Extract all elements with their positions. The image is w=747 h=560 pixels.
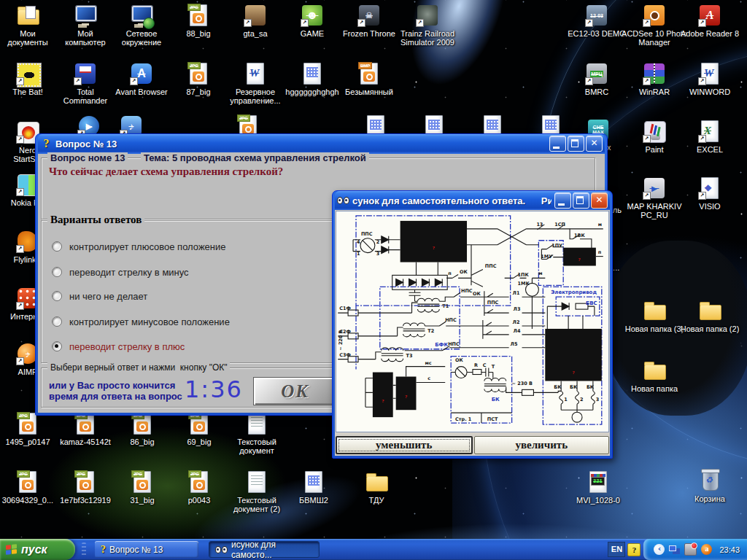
desktop-icon-label: 69_big <box>171 438 227 446</box>
radio-button[interactable] <box>52 316 62 327</box>
desktop-icon-label: 30694329_0... <box>0 496 58 505</box>
desktop-icon-bmp[interactable]: BMPБезымянный <box>336 62 402 96</box>
desktop-icon-textdoc[interactable]: Текстовый документ (2) <box>226 470 287 513</box>
start-button[interactable]: пуск <box>0 539 75 560</box>
zoom-in-button[interactable]: увеличить <box>474 436 610 454</box>
svg-text:ОК: ОК <box>473 291 481 297</box>
taskbar-task-quiz[interactable]: ? Вопрос № 13 <box>95 541 198 558</box>
network-tray-icon[interactable] <box>669 544 680 555</box>
desktop-icon-jpg[interactable]: JPG88_big <box>171 4 226 38</box>
device-tray-icon[interactable] <box>684 543 697 556</box>
desktop-icon-label: Avant Browser <box>109 88 174 96</box>
hide-icons-chevron[interactable]: ‹ <box>654 544 665 555</box>
desktop-icon-jpg[interactable]: JPG87_big <box>171 62 226 96</box>
taskbar-task-diagram[interactable]: исунок для самосто... <box>209 541 320 558</box>
desktop-icon-recycle[interactable]: Корзина <box>682 469 738 503</box>
desktop-icon-winword[interactable]: WWINWORD <box>682 62 738 96</box>
desktop-icon-map[interactable]: ►MAP KHARKIV PC_RU <box>619 176 689 219</box>
language-indicator[interactable]: EN <box>608 542 625 557</box>
svg-text:1ВК: 1ВК <box>574 233 585 238</box>
desktop-icon-jpg[interactable]: JPG30694329_0... <box>0 470 58 505</box>
svg-text:3: 3 <box>376 251 379 257</box>
desktop-icon-excel[interactable]: XEXCEL <box>682 120 738 154</box>
desktop-icon-visio[interactable]: ◆VISIO <box>682 176 738 211</box>
close-button[interactable]: ✕ <box>591 192 608 209</box>
desktop-icon-textdoc[interactable]: Текстовый документ <box>228 412 286 455</box>
folder-icon <box>697 299 722 322</box>
desktop-icon-bmrc[interactable]: МРЦBMRC <box>569 62 624 96</box>
desktop-icon-jpg[interactable]: JPG1e7bf3c12919 <box>53 470 117 505</box>
desktop-icon-pdf[interactable]: AAdobe Reader 8 <box>679 4 740 38</box>
radio-button[interactable] <box>52 291 62 301</box>
desktop-icon-jpg[interactable]: JPG69_big <box>171 412 227 446</box>
zoom-out-button[interactable]: уменьшить <box>336 436 473 454</box>
desktop-icon-label: p0043 <box>171 496 227 505</box>
desktop-icon-folder[interactable]: Новая папка <box>619 359 689 393</box>
svg-text:ППС: ППС <box>361 231 373 237</box>
screen: Мои документыМой компьютерСетевое окруже… <box>0 0 747 560</box>
jpg-icon: JPG <box>15 470 40 494</box>
desktop-icon-jpg[interactable]: JPG31_big <box>115 470 170 505</box>
ec12-icon: 12-03 <box>584 4 609 27</box>
desktop-icon-tc[interactable]: Total Commander <box>58 62 113 105</box>
quiz-titlebar[interactable]: ? Вопрос № 13 ✕ <box>38 134 605 153</box>
svg-text:ОК: ОК <box>455 357 463 363</box>
desktop-icon-folder[interactable]: Новая папка (2) <box>675 299 745 333</box>
desktop-icon-jpg[interactable]: JPG86_big <box>115 412 170 446</box>
desktop-icon-video[interactable]: 321MVI_1028-0 <box>568 470 629 505</box>
folder-icon <box>642 299 667 322</box>
eyes-icon <box>337 197 349 204</box>
maximize-button[interactable] <box>573 192 589 209</box>
tc-icon <box>73 62 98 85</box>
minimize-button[interactable] <box>554 192 571 209</box>
radio-button[interactable] <box>52 241 62 252</box>
svg-text:Л5: Л5 <box>511 341 518 347</box>
desktop-icon-paint[interactable]: Paint <box>627 120 682 154</box>
desktop-icon-bvmsh[interactable]: БВМШ2 <box>286 470 341 505</box>
svg-text:3: 3 <box>596 397 599 402</box>
jpg-icon: JPG <box>187 470 212 494</box>
desktop-icon-label: Новая папка (2) <box>675 324 745 333</box>
answer-option[interactable]: переводит стрелку в плюс <box>52 341 185 352</box>
acd-icon <box>642 4 667 27</box>
desktop-icon-jpg[interactable]: JPG1495_p0147 <box>0 412 57 446</box>
visio-icon: ◆ <box>697 176 722 200</box>
answer-option[interactable]: контролирует минусовое положение <box>52 316 230 327</box>
diagram-titlebar[interactable]: сунок для самостоятельного ответа. Ри ✕ <box>335 191 610 210</box>
desktop-icon-docsfolder[interactable]: Мои документы <box>0 4 55 47</box>
desktop-icon-avant[interactable]: AAvant Browser <box>109 62 174 96</box>
desktop-icon-label: The Bat! <box>0 88 55 96</box>
language-help-icon[interactable]: ? <box>627 543 640 556</box>
answer-option[interactable]: переводит стрелку в минус <box>52 266 189 278</box>
answer-option[interactable]: контролирует плюсовое положение <box>52 241 226 252</box>
radio-button[interactable] <box>52 341 62 351</box>
svg-text:R: R <box>474 362 478 368</box>
desktop-icon-trainz[interactable]: Trainz Railroad Simulator 2009 <box>387 4 468 47</box>
desktop-icon-network[interactable]: Сетевое окружение <box>114 4 169 47</box>
desktop-icon-photo[interactable]: gta_sa <box>228 4 283 38</box>
desktop-icon-label: Текстовый документ (2) <box>226 496 287 513</box>
desktop-icon-bat[interactable]: The Bat! <box>0 62 55 96</box>
desktop-icon-computer[interactable]: Мой компьютер <box>58 4 113 47</box>
radio-button[interactable] <box>52 267 62 277</box>
desktop-icon-label: Paint <box>627 145 682 154</box>
game-icon: ☻ <box>300 4 325 27</box>
minimize-button[interactable] <box>549 136 566 152</box>
close-button[interactable]: ✕ <box>586 136 603 152</box>
svg-text:НПС: НПС <box>448 341 460 347</box>
svg-text:м: м <box>538 271 542 276</box>
desktop-icon-game[interactable]: ☻GAME <box>285 4 340 38</box>
maximize-button[interactable] <box>568 136 584 152</box>
desktop-icon-jpg[interactable]: JPGkamaz-45142t <box>53 412 117 446</box>
answer-option[interactable]: ни чего не делает <box>52 290 147 302</box>
ok-button[interactable]: OK <box>253 377 337 405</box>
desktop-icon-winrar[interactable]: WinRAR <box>627 62 682 96</box>
question-text: Что сейчас делает схема управления стрел… <box>49 166 283 178</box>
desktop-icon-folder[interactable]: ТДУ <box>349 470 404 505</box>
recycle-icon <box>697 469 722 492</box>
desktop-icon-jpg[interactable]: JPGp0043 <box>171 470 227 505</box>
desktop-icon-label: gta_sa <box>228 29 283 38</box>
docsfolder-icon <box>15 4 40 27</box>
taskbar: пуск ? Вопрос № 13 исунок для самосто...… <box>0 539 747 560</box>
aimp-tray-icon[interactable]: a <box>701 544 712 555</box>
